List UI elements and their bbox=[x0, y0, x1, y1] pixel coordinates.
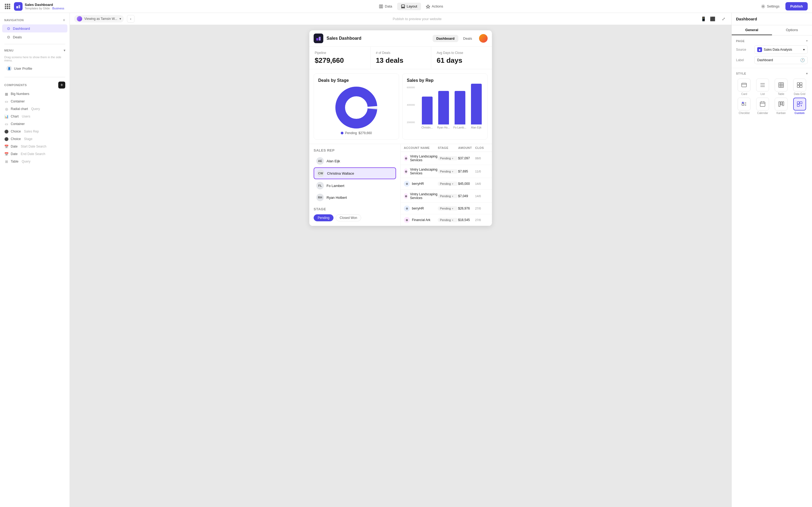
style-option-list[interactable]: List bbox=[755, 78, 771, 96]
settings-button[interactable]: Settings bbox=[758, 3, 783, 10]
cell-amount-4: $26,976 bbox=[458, 207, 475, 210]
bar-chart-title: Sales by Rep bbox=[407, 78, 483, 83]
add-nav-button[interactable]: + bbox=[63, 18, 65, 22]
bar-chart-bars: Christin... Ryan Ho... Fo Lamb... bbox=[420, 86, 483, 129]
deals-table: ACCOUNT NAME STAGE AMOUNT CLOS ✿ Vintry … bbox=[401, 144, 492, 226]
source-select[interactable]: ◆ Sales Data Analysis ▾ bbox=[754, 45, 808, 54]
stat-avg-days-value: 61 days bbox=[437, 56, 487, 65]
component-radial-chart[interactable]: ◎ Radial chart Query bbox=[0, 105, 69, 113]
bar-1 bbox=[438, 91, 449, 124]
cell-stage-3: Pending▾ bbox=[438, 194, 458, 198]
style-option-checklist[interactable]: Checklist bbox=[736, 98, 752, 115]
cell-account-5: ✿ Financial Ark bbox=[404, 217, 438, 223]
sidebar-item-dashboard[interactable]: ⊙ Dashboard bbox=[2, 24, 67, 33]
svg-rect-6 bbox=[403, 7, 405, 8]
viewing-badge[interactable]: Viewing as Tamsin W... ▾ bbox=[74, 15, 124, 22]
component-big-numbers[interactable]: ▦ Big Numbers bbox=[0, 90, 69, 98]
left-panel: Sales Rep AE Alan Eijk CW Christina Wall… bbox=[309, 144, 401, 226]
add-component-button[interactable]: + bbox=[58, 81, 65, 89]
nav-actions[interactable]: Actions bbox=[422, 3, 447, 10]
rep-item-alan[interactable]: AE Alan Eijk bbox=[314, 156, 396, 166]
cell-amount-1: $7,695 bbox=[458, 170, 475, 173]
component-table[interactable]: ⊞ Table Query bbox=[0, 158, 69, 165]
style-option-table-label: Table bbox=[778, 93, 784, 96]
svg-rect-14 bbox=[742, 83, 747, 87]
bar-3 bbox=[471, 84, 482, 124]
grid-menu-icon[interactable] bbox=[4, 3, 11, 10]
nav-layout[interactable]: Layout bbox=[397, 3, 421, 10]
table-row[interactable]: ✿ Vintry Landscaping Services Pending▾ $… bbox=[401, 165, 492, 178]
menu-user-profile[interactable]: 👤 User Profile bbox=[4, 64, 65, 73]
svg-rect-42 bbox=[797, 104, 799, 107]
tab-general[interactable]: General bbox=[732, 25, 772, 35]
app-info: Sales Dashboard Templates by Glide · Bus… bbox=[25, 3, 64, 10]
rep-item-christina[interactable]: CW Christina Wallace bbox=[314, 167, 396, 179]
style-option-card-icon bbox=[738, 78, 751, 92]
style-option-data-grid[interactable]: Data Grid bbox=[791, 78, 808, 96]
style-option-card-label: Card bbox=[742, 93, 747, 96]
component-choice-sales-rep[interactable]: ⚫ Choice Sales Rep bbox=[0, 128, 69, 135]
style-option-card[interactable]: Card bbox=[736, 78, 752, 96]
charts-row: Deals by Stage Pending $ bbox=[309, 69, 492, 144]
stage-section: Stage Pending Closed Won bbox=[314, 207, 396, 221]
component-date-start[interactable]: 📅 Date Start Date Search bbox=[0, 143, 69, 150]
table-row[interactable]: ✿ Vintry Landscaping Services Pending▾ $… bbox=[401, 152, 492, 165]
stage-chip-closed-won[interactable]: Closed Won bbox=[336, 214, 361, 221]
cell-date-1: 11/0 bbox=[475, 170, 489, 173]
bar-2 bbox=[455, 91, 465, 124]
bar-0 bbox=[422, 97, 433, 124]
table-icon: ⊞ bbox=[4, 159, 9, 164]
table-row[interactable]: ⚙ berryHR Pending▾ $26,976 27/0 bbox=[401, 203, 492, 214]
tablet-view-button[interactable]: ⬛ bbox=[709, 15, 716, 22]
col-close: CLOS bbox=[475, 146, 489, 150]
drag-hint: Drag screens here to show them in the si… bbox=[4, 56, 65, 62]
nav-data[interactable]: Data bbox=[375, 3, 396, 10]
page-section-title: PAGE ▾ bbox=[736, 39, 808, 43]
svg-rect-1 bbox=[18, 5, 20, 8]
svg-rect-3 bbox=[381, 5, 383, 8]
component-chart[interactable]: 📊 Chart Users bbox=[0, 113, 69, 120]
svg-rect-33 bbox=[760, 102, 765, 107]
component-choice-stage[interactable]: ⚫ Choice Stage bbox=[0, 135, 69, 143]
account-icon-2: ⚙ bbox=[404, 181, 410, 187]
style-option-kanban[interactable]: Kanban bbox=[773, 98, 790, 115]
stat-num-deals-label: # of Deals bbox=[376, 51, 426, 55]
style-option-table[interactable]: Table bbox=[773, 78, 790, 96]
cell-stage-1: Pending▾ bbox=[438, 169, 458, 174]
viewing-avatar bbox=[77, 16, 82, 21]
table-header: ACCOUNT NAME STAGE AMOUNT CLOS bbox=[401, 144, 492, 152]
component-container-1[interactable]: ▭ Container bbox=[0, 98, 69, 105]
sidebar-item-deals[interactable]: ⊙ Deals bbox=[2, 33, 67, 41]
stage-chip-pending[interactable]: Pending bbox=[314, 214, 334, 221]
big-numbers-icon: ▦ bbox=[4, 92, 9, 96]
component-container-2[interactable]: ▭ Container bbox=[0, 120, 69, 128]
label-input[interactable]: Dashboard 🕐 bbox=[754, 56, 808, 64]
canvas-back-button[interactable]: ‹ bbox=[127, 15, 135, 22]
menu-section-header: MENU ▾ bbox=[0, 47, 69, 54]
style-option-kanban-label: Kanban bbox=[776, 112, 786, 115]
app-tab-deals[interactable]: Deals bbox=[459, 35, 476, 42]
style-option-calendar[interactable]: Calendar bbox=[755, 98, 771, 115]
table-row[interactable]: ✿ Financial Ark Pending▾ $18,545 27/0 bbox=[401, 214, 492, 226]
clock-icon: 🕐 bbox=[800, 58, 805, 62]
tab-options[interactable]: Options bbox=[772, 25, 812, 35]
col-stage: STAGE bbox=[438, 146, 458, 150]
publish-button[interactable]: Publish bbox=[785, 2, 808, 10]
rep-item-fo[interactable]: FL Fo Lambert bbox=[314, 180, 396, 191]
table-row[interactable]: ⚙ berryHR Pending▾ $45,000 14/0 bbox=[401, 178, 492, 190]
page-chevron-icon: ▾ bbox=[806, 39, 808, 43]
app-header: Sales Dashboard Dashboard Deals bbox=[309, 30, 492, 47]
app-tab-dashboard[interactable]: Dashboard bbox=[433, 35, 458, 42]
bar-chart-card: Sales by Rep 600000 400000 200000 Christ bbox=[402, 73, 488, 139]
stat-pipeline: Pipeline $279,660 bbox=[309, 47, 370, 69]
canvas-area: Sales Dashboard Dashboard Deals Pipeline… bbox=[70, 25, 731, 507]
cell-stage-0: Pending▾ bbox=[438, 156, 458, 160]
expand-button[interactable]: ⤢ bbox=[720, 15, 727, 22]
table-row[interactable]: ✿ Vintry Landscaping Services Pending▾ $… bbox=[401, 190, 492, 203]
style-option-custom[interactable]: Custom bbox=[791, 98, 808, 115]
mobile-view-button[interactable]: 📱 bbox=[700, 15, 707, 22]
component-date-end[interactable]: 📅 Date End Date Search bbox=[0, 150, 69, 158]
stat-num-deals-value: 13 deals bbox=[376, 56, 426, 65]
dashboard-icon: ⊙ bbox=[6, 26, 11, 31]
rep-item-ryan[interactable]: RH Ryan Holbert bbox=[314, 192, 396, 203]
